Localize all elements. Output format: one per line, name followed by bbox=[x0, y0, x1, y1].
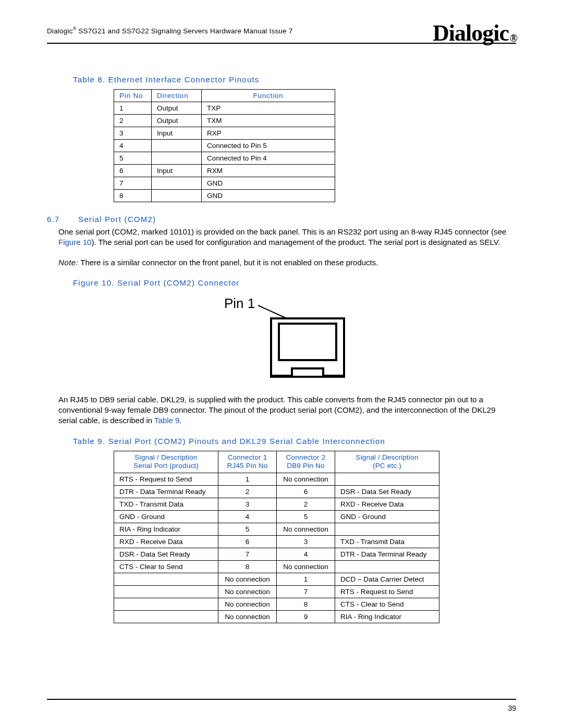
section-title: Serial Port (COM2) bbox=[78, 215, 156, 224]
table-row: RTS - Request to Send1No connection bbox=[114, 473, 439, 486]
cell: 8 bbox=[218, 561, 277, 573]
para-text: An RJ45 to DB9 serial cable, DKL29, is s… bbox=[58, 395, 496, 425]
cell: No connection bbox=[218, 573, 277, 586]
table-row: No connection8CTS - Clear to Send bbox=[114, 598, 439, 611]
cell bbox=[114, 598, 218, 611]
th-function: Function bbox=[202, 90, 335, 102]
cell: RXM bbox=[202, 165, 335, 177]
table-row: DTR - Data Terminal Ready26DSR - Data Se… bbox=[114, 486, 439, 498]
cell: RXD - Receive Data bbox=[114, 536, 218, 548]
section-6-7-note: Note: There is a similar connector on th… bbox=[58, 257, 516, 268]
header-brand: Dialogic bbox=[47, 27, 73, 34]
para-text: . bbox=[179, 416, 181, 425]
cell: 2 bbox=[114, 115, 152, 127]
table-row: 6InputRXM bbox=[114, 165, 335, 177]
note-label: Note: bbox=[58, 258, 78, 267]
table8: Pin No Direction Function 1OutputTXP 2Ou… bbox=[114, 89, 335, 202]
cell bbox=[335, 473, 439, 486]
cell: 5 bbox=[277, 511, 335, 523]
cell: 3 bbox=[277, 536, 335, 548]
cell: GND - Ground bbox=[114, 511, 218, 523]
cell: 4 bbox=[114, 140, 152, 152]
table-row: GND - Ground45GND - Ground bbox=[114, 511, 439, 523]
para-text: ). The serial port can be used for confi… bbox=[91, 238, 500, 246]
cell: Connected to Pin 4 bbox=[202, 152, 335, 165]
cell bbox=[335, 523, 439, 536]
cell: RXD - Receive Data bbox=[335, 498, 439, 511]
cell: 3 bbox=[114, 127, 152, 140]
cell: 1 bbox=[218, 473, 277, 486]
cell: GND - Ground bbox=[335, 511, 439, 523]
cell: CTS - Clear to Send bbox=[335, 598, 439, 611]
page-header: Dialogic® SS7G21 and SS7G22 Signaling Se… bbox=[47, 19, 516, 44]
svg-rect-2 bbox=[279, 324, 336, 360]
running-header-text: Dialogic® SS7G21 and SS7G22 Signaling Se… bbox=[47, 26, 292, 35]
cell: Output bbox=[152, 115, 202, 127]
cell: Input bbox=[152, 127, 202, 140]
table8-caption: Table 8. Ethernet Interface Connector Pi… bbox=[73, 75, 516, 84]
page-number: 39 bbox=[47, 699, 516, 712]
cell: 7 bbox=[114, 177, 152, 190]
cell: 6 bbox=[114, 165, 152, 177]
cell: No connection bbox=[277, 523, 335, 536]
cell: No connection bbox=[277, 561, 335, 573]
cell: RTS - Request to Send bbox=[335, 586, 439, 598]
svg-line-0 bbox=[258, 305, 287, 318]
cell: GND bbox=[202, 190, 335, 202]
cell: RIA - Ring Indicator bbox=[114, 523, 218, 536]
cell: 1 bbox=[114, 102, 152, 115]
logo-reg: ® bbox=[510, 32, 517, 44]
table9-caption: Table 9. Serial Port (COM2) Pinouts and … bbox=[73, 437, 516, 446]
cell: 8 bbox=[114, 190, 152, 202]
table-row: RXD - Receive Data63TXD - Transmit Data bbox=[114, 536, 439, 548]
cell bbox=[152, 140, 202, 152]
table8-header-row: Pin No Direction Function bbox=[114, 90, 335, 102]
table-row: No connection9RIA - Ring Indicator bbox=[114, 611, 439, 623]
cell: RTS - Request to Send bbox=[114, 473, 218, 486]
table-row: No connection7RTS - Request to Send bbox=[114, 586, 439, 598]
para-after-figure: An RJ45 to DB9 serial cable, DKL29, is s… bbox=[58, 394, 516, 426]
cell bbox=[152, 177, 202, 190]
table-row: 3InputRXP bbox=[114, 127, 335, 140]
section-number: 6.7 bbox=[47, 215, 78, 224]
th-pin-no: Pin No bbox=[114, 90, 152, 102]
cell: TXP bbox=[202, 102, 335, 115]
cell bbox=[335, 561, 439, 573]
cell: RXP bbox=[202, 127, 335, 140]
cell bbox=[152, 152, 202, 165]
cell: 4 bbox=[277, 548, 335, 561]
cell: 1 bbox=[277, 573, 335, 586]
figure-10-link[interactable]: Figure 10 bbox=[58, 238, 91, 246]
cell: DSR - Data Set Ready bbox=[114, 548, 218, 561]
para-text: One serial port (COM2, marked 10101) is … bbox=[58, 227, 506, 236]
cell: 2 bbox=[277, 498, 335, 511]
cell bbox=[114, 611, 218, 623]
table9: Signal / Description Serial Port (produc… bbox=[114, 451, 439, 624]
cell: 2 bbox=[218, 486, 277, 498]
table9-header-row: Signal / Description Serial Port (produc… bbox=[114, 451, 439, 473]
cell: Output bbox=[152, 102, 202, 115]
cell: DTR - Data Terminal Ready bbox=[335, 548, 439, 561]
cell: 9 bbox=[277, 611, 335, 623]
dialogic-logo: Dialogic® bbox=[433, 22, 516, 45]
page: Dialogic® SS7G21 and SS7G22 Signaling Se… bbox=[0, 0, 563, 728]
rj45-connector-icon: Pin 1 bbox=[203, 292, 360, 381]
cell: 6 bbox=[218, 536, 277, 548]
cell: No connection bbox=[218, 598, 277, 611]
cell: RIA - Ring Indicator bbox=[335, 611, 439, 623]
section-6-7-heading: 6.7 Serial Port (COM2) bbox=[47, 215, 516, 224]
section-6-7-para1: One serial port (COM2, marked 10101) is … bbox=[58, 227, 516, 248]
cell: 7 bbox=[277, 586, 335, 598]
header-rest: SS7G21 and SS7G22 Signaling Servers Hard… bbox=[76, 27, 292, 34]
th-signal-desc-product: Signal / Description Serial Port (produc… bbox=[114, 451, 218, 473]
cell: 5 bbox=[218, 523, 277, 536]
cell: 3 bbox=[218, 498, 277, 511]
table-row: No connection1DCD – Data Carrier Detect bbox=[114, 573, 439, 586]
cell: DCD – Data Carrier Detect bbox=[335, 573, 439, 586]
table-9-link[interactable]: Table 9 bbox=[154, 416, 179, 425]
figure10-caption: Figure 10. Serial Port (COM2) Connector bbox=[73, 278, 516, 287]
table-row: 5Connected to Pin 4 bbox=[114, 152, 335, 165]
figure10: Pin 1 bbox=[47, 292, 516, 383]
table-row: RIA - Ring Indicator5No connection bbox=[114, 523, 439, 536]
cell: TXD - Transmit Data bbox=[114, 498, 218, 511]
